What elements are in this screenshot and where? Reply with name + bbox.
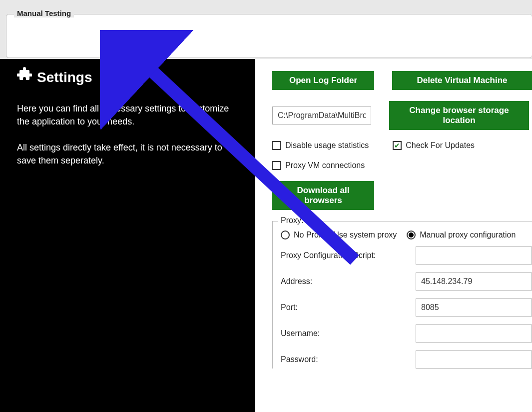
check-for-updates-checkbox[interactable]: ✔ Check For Updates — [393, 141, 475, 150]
checkbox-label: Check For Updates — [406, 141, 475, 150]
download-all-browsers-button[interactable]: Download all browsers — [272, 181, 374, 210]
checkbox-empty-icon — [272, 141, 281, 150]
checkbox-empty-icon — [272, 161, 281, 170]
port-input[interactable] — [416, 298, 532, 316]
port-label: Port: — [281, 303, 411, 312]
radio-selected-icon — [407, 230, 416, 240]
heading-text: Settings — [37, 68, 92, 88]
settings-heading: Settings — [17, 67, 241, 88]
no-proxy-radio[interactable]: No Proxy / Use system proxy — [281, 230, 397, 240]
username-input[interactable] — [416, 324, 532, 342]
tab-panel-border — [6, 14, 532, 58]
password-label: Password: — [281, 355, 411, 364]
proxy-legend: Proxy: — [278, 216, 306, 225]
checkbox-checked-icon: ✔ — [393, 141, 402, 150]
checkbox-label: Disable usage statistics — [285, 141, 369, 150]
sidebar-text-2: All settings directly take effect, it is… — [17, 141, 241, 167]
settings-form: Open Log Folder Delete Virtual Machine C… — [255, 59, 532, 412]
address-label: Address: — [281, 277, 411, 286]
proxy-vm-checkbox[interactable]: Proxy VM connections — [272, 161, 365, 170]
radio-unselected-icon — [281, 230, 290, 240]
username-label: Username: — [281, 329, 411, 338]
sidebar-text-1: Here you can find all necessary settings… — [17, 102, 241, 128]
password-input[interactable] — [416, 350, 532, 368]
sidebar: Settings Here you can find all necessary… — [0, 59, 255, 412]
open-log-folder-button[interactable]: Open Log Folder — [272, 71, 374, 90]
puzzle-icon — [17, 67, 32, 88]
proxy-fieldset: Proxy: No Proxy / Use system proxy Manua… — [272, 221, 532, 368]
storage-path-input[interactable] — [272, 106, 371, 124]
radio-label: Manual proxy configuration — [420, 230, 516, 240]
radio-label: No Proxy / Use system proxy — [294, 230, 397, 240]
proxy-script-input[interactable] — [416, 246, 532, 264]
change-storage-location-button[interactable]: Change browser storage location — [389, 101, 529, 130]
panel-title: Manual Testing — [14, 9, 74, 18]
checkbox-label: Proxy VM connections — [285, 161, 365, 170]
content-area: Settings Here you can find all necessary… — [0, 59, 532, 412]
manual-proxy-radio[interactable]: Manual proxy configuration — [407, 230, 516, 240]
disable-usage-stats-checkbox[interactable]: Disable usage statistics — [272, 141, 369, 150]
delete-vm-button[interactable]: Delete Virtual Machine — [392, 71, 532, 90]
proxy-script-label: Proxy Configuration Script: — [281, 251, 411, 260]
address-input[interactable] — [416, 272, 532, 290]
